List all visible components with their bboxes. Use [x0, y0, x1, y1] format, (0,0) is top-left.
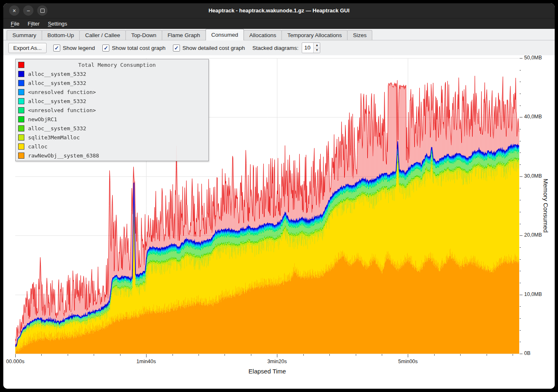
legend-row: <unresolved function>	[16, 87, 208, 96]
legend-row: calloc	[16, 142, 208, 151]
legend-row: sqlite3MemMalloc	[16, 133, 208, 142]
checkbox-show-detailed-cost-graph[interactable]: ✓Show detailed cost graph	[173, 45, 245, 52]
app-window: × − Heaptrack - heaptrack.wakunode.1.gz …	[3, 3, 555, 389]
stacked-diagrams-label: Stacked diagrams:	[253, 45, 299, 51]
y-axis-tick-label: 10,0MB	[524, 291, 542, 297]
legend-label: sqlite3MemMalloc	[28, 134, 80, 141]
chart-area: Total Memory Consumptionalloc__system_53…	[3, 55, 555, 389]
window-controls: × −	[9, 5, 47, 16]
legend-swatch	[18, 62, 24, 68]
stacked-diagrams-spinbox[interactable]: 10 ▲ ▼	[302, 42, 320, 53]
legend-row: alloc__system_5332	[16, 124, 208, 133]
x-axis-tick-label: 3min20s	[260, 359, 293, 364]
close-icon: ×	[12, 8, 16, 14]
checkbox-label: Show total cost graph	[112, 45, 166, 51]
titlebar: × − Heaptrack - heaptrack.wakunode.1.gz …	[3, 3, 555, 18]
checkbox-label: Show detailed cost graph	[182, 45, 245, 51]
y-axis-tick-label: 20,0MB	[524, 232, 542, 238]
legend-row: newObjRC1	[16, 115, 208, 124]
tab-summary[interactable]: Summary	[7, 30, 42, 40]
checkbox-label: Show legend	[63, 45, 95, 51]
legend-label: calloc	[28, 143, 47, 150]
maximize-icon	[40, 9, 45, 13]
minimize-button[interactable]: −	[23, 5, 33, 16]
legend-swatch	[18, 107, 24, 113]
check-icon: ✓	[54, 45, 59, 51]
legend-row: rawNewObj__system_6388	[16, 151, 208, 160]
spinbox-value: 10	[302, 43, 313, 53]
window-title: Heaptrack - heaptrack.wakunode.1.gz — He…	[53, 3, 505, 18]
x-axis-title: Elapsed Time	[15, 368, 519, 375]
legend-row: alloc__system_5332	[16, 78, 208, 87]
maximize-button[interactable]	[37, 5, 47, 16]
tab-bar: SummaryBottom-UpCaller / CalleeTop-DownF…	[3, 29, 555, 40]
legend-label: newObjRC1	[28, 116, 57, 122]
legend-label: rawNewObj__system_6388	[28, 153, 99, 159]
legend-swatch	[18, 71, 24, 77]
legend-label: alloc__system_5332	[28, 125, 86, 131]
tab-allocations[interactable]: Allocations	[244, 30, 282, 40]
legend-label: alloc__system_5332	[28, 80, 86, 86]
check-icon: ✓	[174, 45, 179, 51]
legend: Total Memory Consumptionalloc__system_53…	[15, 59, 209, 161]
checkbox-box: ✓	[173, 45, 180, 52]
legend-label: Total Memory Consumption	[28, 62, 206, 68]
y-axis-tick-label: 40,0MB	[524, 114, 542, 120]
legend-row: alloc__system_5332	[16, 69, 208, 78]
legend-title-row: Total Memory Consumption	[16, 60, 208, 69]
tab-sizes[interactable]: Sizes	[347, 30, 372, 40]
menu-item-settings[interactable]: Settings	[44, 19, 71, 28]
spinbox-buttons: ▲ ▼	[313, 43, 320, 53]
legend-label: alloc__system_5332	[28, 71, 86, 77]
checkbox-show-total-cost-graph[interactable]: ✓Show total cost graph	[102, 45, 166, 52]
menu-item-file[interactable]: File	[7, 19, 24, 28]
check-icon: ✓	[104, 45, 108, 51]
tab-consumed[interactable]: Consumed	[206, 29, 244, 40]
y-axis-tick-label: 50,0MB	[524, 55, 542, 61]
legend-row: <unresolved function>	[16, 106, 208, 115]
x-axis-tick-label: 5min00s	[391, 359, 424, 364]
legend-label: alloc__system_5332	[28, 98, 86, 104]
legend-swatch	[18, 98, 24, 104]
legend-swatch	[18, 116, 24, 122]
legend-label: <unresolved function>	[28, 89, 96, 95]
tab-caller-callee[interactable]: Caller / Callee	[79, 30, 126, 40]
close-button[interactable]: ×	[9, 5, 19, 16]
minimize-icon: −	[26, 8, 30, 14]
x-axis-tick-label: 00.000s	[3, 359, 32, 364]
y-axis-tick-label: 30,0MB	[524, 173, 542, 179]
x-axis-tick-label: 1min40s	[130, 359, 163, 364]
export-as-button[interactable]: Export As...	[8, 43, 47, 53]
y-axis-tick-label: 0B	[524, 350, 530, 356]
legend-swatch	[18, 134, 24, 141]
checkbox-box: ✓	[53, 45, 60, 52]
spin-down-button[interactable]: ▼	[314, 48, 320, 53]
menu-bar: FileFilterSettings	[3, 18, 555, 29]
legend-row: alloc__system_5332	[16, 96, 208, 106]
tab-flame-graph[interactable]: Flame Graph	[162, 30, 206, 40]
legend-swatch	[18, 143, 24, 150]
toolbar: Export As... ✓Show legend✓Show total cos…	[3, 40, 555, 55]
menu-item-filter[interactable]: Filter	[24, 19, 44, 28]
checkbox-box: ✓	[102, 45, 109, 52]
legend-label: <unresolved function>	[28, 107, 96, 113]
tab-bottom-up[interactable]: Bottom-Up	[42, 30, 80, 40]
checkbox-show-legend[interactable]: ✓Show legend	[53, 45, 95, 52]
tab-temporary-allocations[interactable]: Temporary Allocations	[281, 30, 348, 40]
legend-swatch	[18, 125, 24, 131]
spin-up-button[interactable]: ▲	[314, 43, 320, 48]
y-axis-title: Memory Consumed	[542, 179, 549, 233]
legend-swatch	[18, 80, 24, 86]
toolbar-checkboxes: ✓Show legend✓Show total cost graph✓Show …	[53, 45, 245, 52]
legend-swatch	[18, 153, 24, 159]
tab-top-down[interactable]: Top-Down	[125, 30, 162, 40]
legend-swatch	[18, 89, 24, 95]
